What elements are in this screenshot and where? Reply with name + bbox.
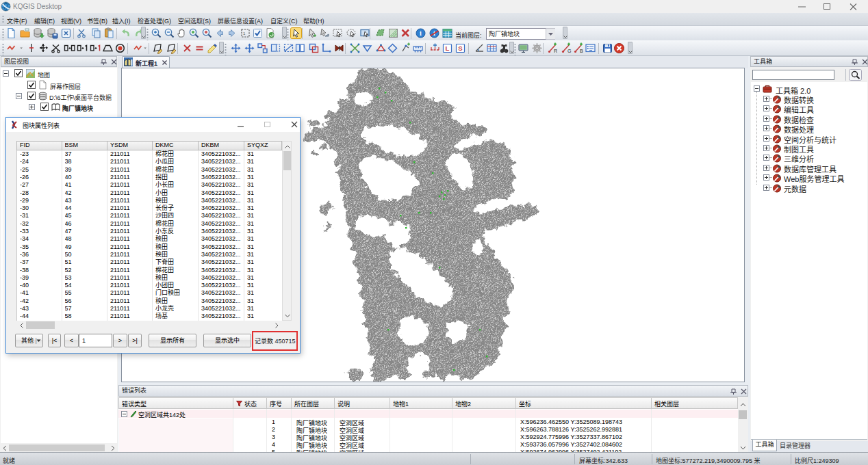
svg-text:G: G xyxy=(567,49,571,53)
svg-text:L: L xyxy=(446,44,450,52)
svg-text:S: S xyxy=(458,44,462,52)
svg-text:B: B xyxy=(580,49,583,53)
svg-text:1: 1 xyxy=(243,31,246,36)
svg-text:R: R xyxy=(554,49,557,53)
svg-text:i: i xyxy=(420,29,422,37)
